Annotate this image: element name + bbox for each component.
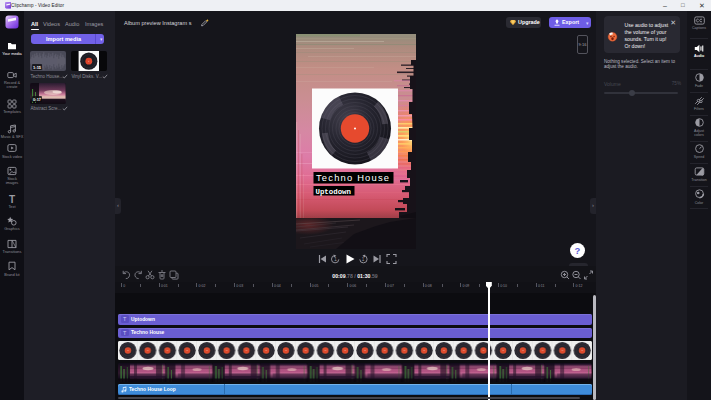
svg-text:Techno House: Techno House bbox=[316, 172, 389, 183]
svg-text:1: 1 bbox=[362, 257, 365, 262]
svg-text:Uptodown: Uptodown bbox=[316, 187, 351, 195]
svg-text:1: 1 bbox=[334, 257, 337, 262]
svg-text:T: T bbox=[9, 194, 15, 204]
